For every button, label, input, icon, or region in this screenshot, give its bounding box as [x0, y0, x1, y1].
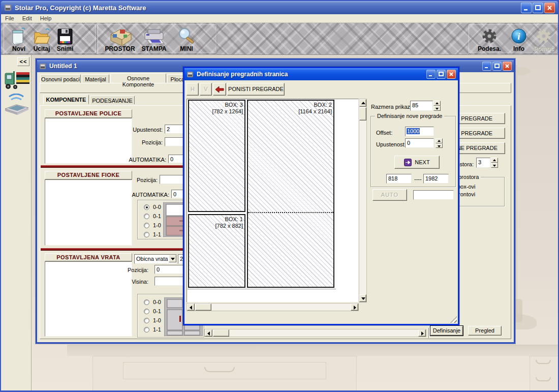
tab-materijal[interactable]: Materijal: [82, 74, 109, 83]
menu-help[interactable]: Help: [40, 15, 52, 21]
subtab-podesavanje[interactable]: PODESAVANJE: [90, 96, 135, 104]
toolbar-button-snimi[interactable]: Snimi: [53, 26, 77, 52]
partition-canvas[interactable]: BOX: 3[782 x 1264] BOX: 2[1164 x 2164] B…: [187, 99, 367, 311]
fioke-listbox[interactable]: [45, 179, 132, 246]
toolbar-button-podesa[interactable]: Podesa.: [473, 26, 506, 52]
sidebar-collapse-button[interactable]: <<: [17, 57, 29, 66]
application-window: Stolar Pro, Copyright (c) Maretta Softwa…: [0, 0, 559, 392]
chevron-down-icon: [171, 258, 175, 262]
vrata-pozicija-label: Pozicija:: [103, 267, 148, 273]
auto-field[interactable]: [413, 190, 454, 200]
prostora-field[interactable]: 3: [476, 158, 490, 168]
document-title: Untitled 1: [49, 63, 77, 70]
range-from-field[interactable]: 818: [386, 174, 412, 184]
menu-edit[interactable]: Edit: [22, 15, 32, 21]
toolbar-button-info[interactable]: i Info: [508, 26, 530, 52]
vrata-radio-0-0[interactable]: [144, 299, 149, 305]
toolbar-button-ucitaj[interactable]: Ucitaj: [30, 26, 53, 52]
doc-close-button[interactable]: [503, 62, 512, 71]
file-toolbar-group: Novi Ucitaj: [4, 24, 96, 53]
tab-osnovni-podaci[interactable]: Osnovni podaci: [40, 74, 81, 83]
menu-file[interactable]: File: [5, 15, 14, 21]
window-title: Stolar Pro, Copyright (c) Maretta Softwa…: [15, 4, 146, 12]
range-to-field[interactable]: 1982: [423, 174, 449, 184]
view-toolbar-group: PROSTOR STAMPA MINI: [98, 24, 216, 53]
svg-text:i: i: [517, 31, 520, 42]
box-2[interactable]: BOX: 2[1164 x 2164]: [247, 100, 334, 288]
canvas-hscrollbar[interactable]: [187, 303, 359, 311]
razmera-field[interactable]: 85: [410, 101, 433, 111]
canvas-vscrollbar[interactable]: [359, 99, 367, 303]
combobox-dropdown-button[interactable]: [169, 255, 176, 262]
offset-label: Offset:: [376, 130, 392, 136]
box-3[interactable]: BOX: 3[782 x 1264]: [188, 100, 245, 212]
dialog-title: Definisanje pregradnih stranica: [197, 71, 288, 78]
auto-button: AUTO: [372, 189, 407, 201]
vrata-radio-1-1[interactable]: [144, 327, 149, 333]
subtab-komponente[interactable]: KOMPONENTE: [43, 95, 89, 104]
definisanje-button[interactable]: Definisanje: [430, 326, 463, 336]
forklift-icon[interactable]: [3, 68, 30, 92]
fioke-radio-0-0[interactable]: [144, 204, 149, 210]
document-hscrollbar[interactable]: [204, 329, 426, 337]
fioke-radio-0-1[interactable]: [144, 214, 149, 219]
ponisti-pregrade-button[interactable]: PONISTI PREGRADE: [227, 83, 285, 96]
toolbar-button-stampa[interactable]: STAMPA: [139, 26, 169, 52]
vrata-visina-field[interactable]: [154, 277, 185, 286]
dialog-icon: [187, 71, 194, 78]
fioke-automatika-label: AUTOMATIKA:: [115, 192, 169, 198]
horizontal-split-button: H: [187, 83, 199, 96]
vrata-pozicija-field[interactable]: 0: [154, 265, 184, 274]
dialog-minimize-button[interactable]: [426, 70, 436, 79]
dialog-upustenost-field[interactable]: 0: [405, 138, 434, 148]
close-button[interactable]: [544, 3, 555, 13]
next-button[interactable]: NEXT: [394, 156, 440, 169]
toolbar-button-novi[interactable]: Novi: [7, 26, 30, 52]
save-floppy-icon: [56, 27, 74, 46]
mdi-workspace: << Unt: [1, 55, 558, 390]
minimize-button[interactable]: [521, 3, 532, 13]
back-arrow-button[interactable]: [213, 83, 226, 96]
razmera-spinner[interactable]: [433, 101, 441, 111]
toolbar-button-prostor[interactable]: PROSTOR: [102, 26, 138, 52]
police-automatika-label: AUTOMATIKA:: [112, 157, 166, 163]
doc-maximize-button[interactable]: [492, 62, 502, 71]
fioke-radio-1-0[interactable]: [144, 223, 149, 228]
fioke-radio-1-1[interactable]: [144, 232, 149, 237]
settings-toolbar-group: Podesa. i Info Pomoc: [469, 24, 557, 53]
help-icon: [534, 27, 553, 46]
prostora-spinner[interactable]: [491, 158, 498, 168]
vrata-radio-0-1[interactable]: [144, 309, 149, 314]
box-1[interactable]: BOX: 1[782 x 882]: [188, 214, 245, 288]
vrata-radio-1-0[interactable]: [144, 318, 149, 323]
toolbar-button-mini[interactable]: MINI: [172, 26, 201, 52]
range-separator: ----: [414, 176, 422, 182]
main-titlebar: Stolar Pro, Copyright (c) Maretta Softwa…: [1, 1, 558, 14]
section-divider: [41, 248, 198, 251]
toolbar-separator: [428, 328, 429, 338]
printer-icon: [142, 27, 166, 46]
tab-osnovne-komponente[interactable]: Osnovne Komponente: [110, 73, 166, 83]
toolbar-button-pomoc: Pomoc: [531, 26, 556, 52]
vrata-type-combobox[interactable]: Obicna vrata: [134, 254, 177, 264]
new-partition-preview-line: [248, 212, 333, 213]
upustenost-spinner[interactable]: [436, 138, 443, 148]
pregled-button[interactable]: Pregled: [468, 326, 502, 336]
open-folder-icon: [33, 27, 51, 46]
vrata-visina-label: Visina:: [103, 279, 148, 285]
vrata-header: POSTAVLJENA VRATA: [45, 253, 132, 261]
left-sidebar: <<: [1, 55, 32, 390]
vertical-split-button: V: [200, 83, 212, 96]
police-upustenost-label: Upustenost:: [108, 127, 163, 133]
dialog-close-button[interactable]: [447, 70, 456, 79]
dialog-resize-grip[interactable]: [450, 316, 457, 323]
police-pozicija-label: Pozicija:: [108, 139, 163, 145]
fioke-pozicija-label: Pozicija:: [103, 177, 158, 183]
section-divider: [41, 165, 198, 168]
scanner-icon[interactable]: [4, 94, 29, 118]
red-arrow-left-icon: [215, 86, 224, 93]
offset-field[interactable]: 1000: [405, 127, 434, 136]
dialog-maximize-button[interactable]: [437, 70, 446, 79]
doc-minimize-button[interactable]: [482, 62, 491, 71]
maximize-button[interactable]: [533, 3, 543, 13]
